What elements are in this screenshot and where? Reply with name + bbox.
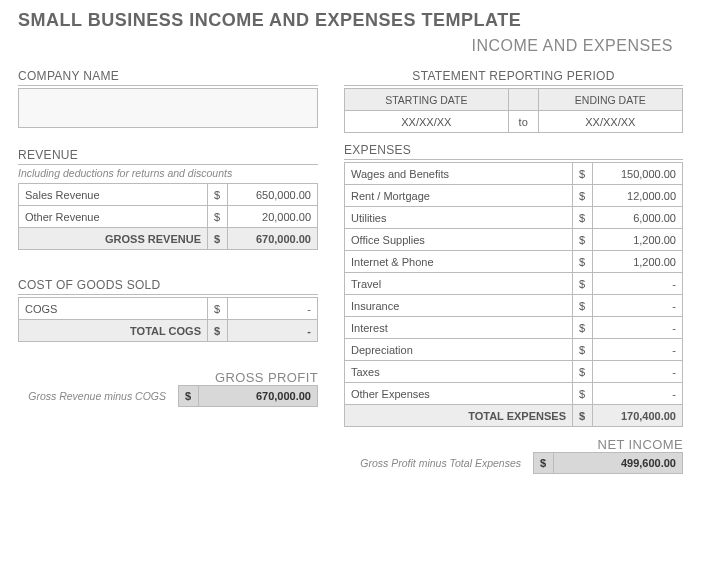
gross-profit-currency: $ [179, 386, 199, 406]
expenses-row-label[interactable]: Office Supplies [345, 229, 573, 251]
expenses-row-currency: $ [573, 295, 593, 317]
table-row: Taxes$- [345, 361, 683, 383]
gross-profit-value: 670,000.00 [199, 386, 317, 406]
period-end-label: ENDING DATE [538, 89, 682, 111]
cogs-total-row: TOTAL COGS $ - [19, 320, 318, 342]
expenses-row-currency: $ [573, 207, 593, 229]
expenses-row-label[interactable]: Utilities [345, 207, 573, 229]
revenue-note: Including deductions for returns and dis… [18, 167, 318, 179]
expenses-total-label: TOTAL EXPENSES [345, 405, 573, 427]
revenue-total-row: GROSS REVENUE $ 670,000.00 [19, 228, 318, 250]
period-start-value[interactable]: XX/XX/XX [345, 111, 509, 133]
cogs-total-value: - [228, 320, 318, 342]
gross-profit-note: Gross Revenue minus COGS [18, 390, 172, 402]
expenses-row-currency: $ [573, 361, 593, 383]
expenses-row-currency: $ [573, 339, 593, 361]
expenses-row-currency: $ [573, 163, 593, 185]
table-row: Depreciation$- [345, 339, 683, 361]
revenue-total-currency: $ [208, 228, 228, 250]
revenue-row-label[interactable]: Other Revenue [19, 206, 208, 228]
expenses-row-currency: $ [573, 251, 593, 273]
period-start-label: STARTING DATE [345, 89, 509, 111]
revenue-row-currency: $ [208, 184, 228, 206]
expenses-row-label[interactable]: Depreciation [345, 339, 573, 361]
revenue-total-label: GROSS REVENUE [19, 228, 208, 250]
net-income-row: Gross Profit minus Total Expenses $ 499,… [344, 452, 683, 474]
net-income-value: 499,600.00 [554, 453, 682, 473]
expenses-row-label[interactable]: Taxes [345, 361, 573, 383]
expenses-row-label[interactable]: Travel [345, 273, 573, 295]
table-row: Utilities$6,000.00 [345, 207, 683, 229]
table-row: Insurance$- [345, 295, 683, 317]
table-row: COGS$- [19, 298, 318, 320]
gross-profit-row: Gross Revenue minus COGS $ 670,000.00 [18, 385, 318, 407]
expenses-row-currency: $ [573, 317, 593, 339]
right-column: STATEMENT REPORTING PERIOD STARTING DATE… [344, 69, 683, 474]
revenue-row-value[interactable]: 20,000.00 [228, 206, 318, 228]
period-header: STATEMENT REPORTING PERIOD [344, 69, 683, 86]
expenses-row-label[interactable]: Internet & Phone [345, 251, 573, 273]
expenses-row-currency: $ [573, 185, 593, 207]
gross-profit-header: GROSS PROFIT [18, 370, 318, 385]
expenses-row-label[interactable]: Insurance [345, 295, 573, 317]
net-income-note: Gross Profit minus Total Expenses [344, 457, 527, 469]
expenses-row-currency: $ [573, 383, 593, 405]
gross-profit-box: $ 670,000.00 [178, 385, 318, 407]
revenue-row-value[interactable]: 650,000.00 [228, 184, 318, 206]
table-row: Sales Revenue$650,000.00 [19, 184, 318, 206]
net-income-box: $ 499,600.00 [533, 452, 683, 474]
expenses-table: Wages and Benefits$150,000.00Rent / Mort… [344, 162, 683, 427]
expenses-row-value[interactable]: - [593, 383, 683, 405]
page-title: SMALL BUSINESS INCOME AND EXPENSES TEMPL… [18, 10, 683, 31]
expenses-row-value[interactable]: 6,000.00 [593, 207, 683, 229]
table-row: Wages and Benefits$150,000.00 [345, 163, 683, 185]
expenses-row-value[interactable]: 1,200.00 [593, 251, 683, 273]
expenses-row-label[interactable]: Other Expenses [345, 383, 573, 405]
expenses-row-currency: $ [573, 273, 593, 295]
expenses-row-label[interactable]: Interest [345, 317, 573, 339]
table-row: Interest$- [345, 317, 683, 339]
cogs-total-label: TOTAL COGS [19, 320, 208, 342]
expenses-row-label[interactable]: Rent / Mortgage [345, 185, 573, 207]
net-income-header: NET INCOME [344, 437, 683, 452]
page-subtitle: INCOME AND EXPENSES [18, 37, 683, 55]
period-end-value[interactable]: XX/XX/XX [538, 111, 682, 133]
expenses-row-value[interactable]: 1,200.00 [593, 229, 683, 251]
revenue-row-label[interactable]: Sales Revenue [19, 184, 208, 206]
expenses-row-value[interactable]: - [593, 339, 683, 361]
expenses-row-currency: $ [573, 229, 593, 251]
cogs-row-value[interactable]: - [228, 298, 318, 320]
expenses-row-value[interactable]: 12,000.00 [593, 185, 683, 207]
period-to: to [508, 111, 538, 133]
revenue-total-value: 670,000.00 [228, 228, 318, 250]
expenses-row-value[interactable]: - [593, 273, 683, 295]
revenue-row-currency: $ [208, 206, 228, 228]
expenses-header: EXPENSES [344, 143, 683, 160]
expenses-row-label[interactable]: Wages and Benefits [345, 163, 573, 185]
revenue-table: Sales Revenue$650,000.00Other Revenue$20… [18, 183, 318, 250]
cogs-table: COGS$- TOTAL COGS $ - [18, 297, 318, 342]
expenses-row-value[interactable]: - [593, 317, 683, 339]
expenses-total-currency: $ [573, 405, 593, 427]
left-column: COMPANY NAME REVENUE Including deduction… [18, 69, 318, 474]
table-row: Other Revenue$20,000.00 [19, 206, 318, 228]
expenses-total-row: TOTAL EXPENSES $ 170,400.00 [345, 405, 683, 427]
revenue-header: REVENUE [18, 148, 318, 165]
cogs-header: COST OF GOODS SOLD [18, 278, 318, 295]
company-header: COMPANY NAME [18, 69, 318, 86]
company-name-input[interactable] [18, 88, 318, 128]
table-row: Internet & Phone$1,200.00 [345, 251, 683, 273]
table-row: Travel$- [345, 273, 683, 295]
expenses-row-value[interactable]: 150,000.00 [593, 163, 683, 185]
expenses-total-value: 170,400.00 [593, 405, 683, 427]
period-mid-header [508, 89, 538, 111]
table-row: Rent / Mortgage$12,000.00 [345, 185, 683, 207]
table-row: Office Supplies$1,200.00 [345, 229, 683, 251]
cogs-row-currency: $ [208, 298, 228, 320]
period-table: STARTING DATE ENDING DATE XX/XX/XX to XX… [344, 88, 683, 133]
expenses-row-value[interactable]: - [593, 361, 683, 383]
net-income-currency: $ [534, 453, 554, 473]
expenses-row-value[interactable]: - [593, 295, 683, 317]
cogs-row-label[interactable]: COGS [19, 298, 208, 320]
table-row: Other Expenses$- [345, 383, 683, 405]
